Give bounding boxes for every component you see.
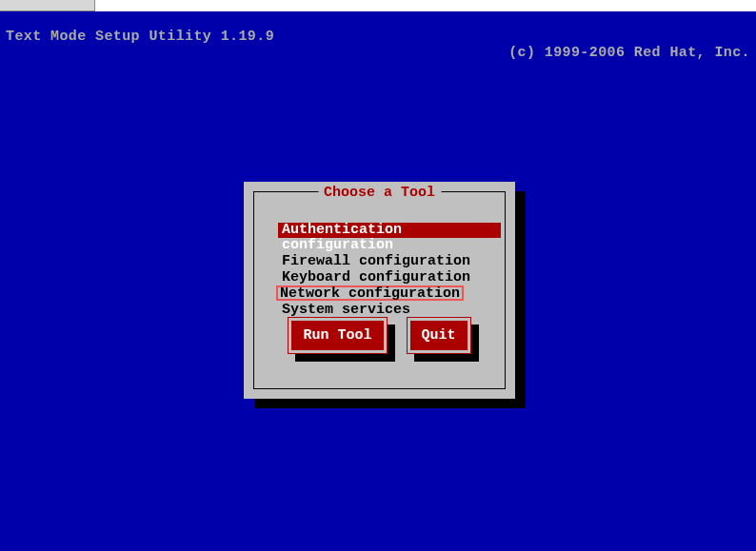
menu-item-authentication[interactable]: Authentication configuration	[278, 223, 501, 238]
choose-tool-dialog: Choose a Tool Authentication configurati…	[244, 182, 515, 399]
menu-item-keyboard[interactable]: Keyboard configuration	[278, 270, 501, 285]
menu-item-network[interactable]: Network configuration	[276, 285, 464, 301]
header-bar: Text Mode Setup Utility 1.19.9 (c) 1999-…	[0, 11, 756, 78]
run-tool-button[interactable]: Run Tool	[288, 317, 387, 354]
run-tool-button-wrap: Run Tool	[288, 317, 387, 354]
dialog-border: Choose a Tool Authentication configurati…	[253, 191, 506, 389]
button-row: Run Tool Quit	[254, 317, 505, 354]
quit-button[interactable]: Quit	[407, 317, 471, 354]
menu-item-firewall[interactable]: Firewall configuration	[278, 254, 501, 269]
dialog-title: Choose a Tool	[318, 185, 441, 201]
app-title: Text Mode Setup Utility 1.19.9	[6, 29, 274, 45]
window-title-stub	[0, 0, 95, 11]
copyright: (c) 1999-2006 Red Hat, Inc.	[508, 45, 750, 61]
tool-menu[interactable]: Authentication configuration Firewall co…	[278, 223, 491, 318]
menu-item-system-services[interactable]: System services	[278, 303, 501, 318]
quit-button-wrap: Quit	[407, 317, 471, 354]
terminal-screen: Text Mode Setup Utility 1.19.9 (c) 1999-…	[0, 11, 756, 551]
